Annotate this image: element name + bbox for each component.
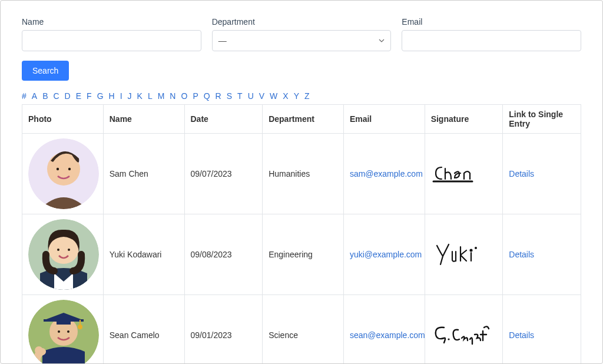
email-link[interactable]: sam@example.com	[350, 169, 423, 178]
search-form: Name Department — Email	[22, 17, 581, 51]
col-header-photo: Photo	[22, 105, 104, 134]
cell-photo	[22, 134, 104, 214]
svg-point-3	[57, 168, 59, 170]
details-link[interactable]: Details	[509, 169, 534, 178]
alpha-link-j[interactable]: J	[128, 91, 132, 101]
email-label: Email	[402, 17, 581, 27]
cell-name: Yuki Kodawari	[103, 214, 184, 295]
cell-name: Sam Chen	[103, 134, 184, 214]
svg-point-25	[448, 338, 449, 340]
avatar	[28, 138, 99, 209]
alpha-link-v[interactable]: V	[259, 91, 264, 101]
cell-email: sean@example.com	[343, 295, 425, 365]
cell-signature	[425, 214, 503, 295]
alpha-link-m[interactable]: M	[158, 91, 165, 101]
department-field: Department —	[212, 17, 392, 51]
avatar	[28, 219, 99, 290]
alpha-link-g[interactable]: G	[97, 91, 104, 101]
alpha-link-#[interactable]: #	[22, 91, 26, 101]
cell-department: Engineering	[263, 214, 344, 295]
alpha-index: #ABCDEFGHIJKLMNOPQRSTUVWXYZ	[22, 91, 581, 101]
alpha-link-p[interactable]: P	[193, 91, 198, 101]
department-selected-value: —	[218, 36, 227, 45]
svg-point-11	[470, 249, 472, 251]
col-header-name: Name	[103, 105, 184, 134]
cell-signature	[425, 295, 503, 365]
alpha-link-d[interactable]: D	[65, 91, 71, 101]
cell-link: Details	[503, 295, 581, 365]
alpha-link-h[interactable]: H	[109, 91, 115, 101]
chevron-down-icon	[379, 38, 385, 44]
name-label: Name	[22, 17, 201, 27]
alpha-link-a[interactable]: A	[32, 91, 37, 101]
alpha-link-z[interactable]: Z	[304, 91, 310, 101]
alpha-link-c[interactable]: C	[53, 91, 59, 101]
cell-department: Humanities	[263, 134, 344, 214]
col-header-signature: Signature	[425, 105, 503, 134]
table-row: Sean Camelo09/01/2023Sciencesean@example…	[22, 295, 581, 365]
details-link[interactable]: Details	[509, 250, 534, 259]
department-label: Department	[212, 17, 392, 27]
alpha-link-w[interactable]: W	[270, 91, 277, 101]
email-input[interactable]	[402, 30, 581, 51]
cell-photo	[22, 295, 104, 365]
alpha-link-e[interactable]: E	[76, 91, 81, 101]
cell-date: 09/07/2023	[184, 134, 263, 214]
cell-department: Science	[263, 295, 344, 365]
svg-point-23	[67, 330, 69, 333]
alpha-link-n[interactable]: N	[170, 91, 175, 101]
details-link[interactable]: Details	[509, 330, 534, 340]
svg-point-9	[57, 249, 59, 251]
email-field: Email	[402, 17, 581, 51]
alpha-link-i[interactable]: I	[120, 91, 122, 101]
alpha-link-u[interactable]: U	[248, 91, 254, 101]
alpha-link-b[interactable]: B	[42, 91, 48, 101]
search-button[interactable]: Search	[22, 61, 69, 81]
cell-date: 09/08/2023	[184, 214, 263, 295]
cell-photo	[22, 214, 104, 295]
table-header-row: Photo Name Date Department Email Signatu…	[22, 105, 581, 134]
svg-point-13	[475, 247, 477, 249]
alpha-link-k[interactable]: K	[137, 91, 143, 101]
svg-point-4	[68, 168, 71, 170]
col-header-link: Link to Single Entry	[503, 105, 581, 134]
table-row: Sam Chen09/07/2023Humanitiessam@example.…	[22, 134, 581, 214]
cell-email: yuki@example.com	[343, 214, 425, 295]
name-input[interactable]	[22, 30, 201, 51]
svg-point-22	[58, 330, 60, 333]
svg-rect-19	[44, 319, 84, 322]
table-row: Yuki Kodawari09/08/2023Engineeringyuki@e…	[22, 214, 581, 295]
svg-point-10	[68, 249, 70, 251]
alpha-link-r[interactable]: R	[216, 91, 221, 101]
entries-table: Photo Name Date Department Email Signatu…	[22, 104, 581, 364]
alpha-link-o[interactable]: O	[181, 91, 187, 101]
alpha-link-x[interactable]: X	[283, 91, 288, 101]
name-field: Name	[22, 17, 201, 51]
cell-link: Details	[503, 134, 581, 214]
svg-point-24	[35, 346, 43, 355]
entries-tbody: Sam Chen09/07/2023Humanitiessam@example.…	[22, 134, 581, 365]
alpha-link-t[interactable]: T	[237, 91, 243, 101]
alpha-link-l[interactable]: L	[148, 91, 153, 101]
cell-email: sam@example.com	[343, 134, 425, 214]
col-header-email: Email	[343, 105, 425, 134]
cell-date: 09/01/2023	[184, 295, 263, 365]
email-link[interactable]: yuki@example.com	[350, 250, 422, 259]
alpha-link-f[interactable]: F	[87, 91, 92, 101]
alpha-link-q[interactable]: Q	[204, 91, 210, 101]
avatar	[28, 300, 99, 364]
department-select[interactable]: —	[212, 30, 392, 51]
alpha-link-s[interactable]: S	[227, 91, 232, 101]
cell-name: Sean Camelo	[103, 295, 184, 365]
cell-signature	[425, 134, 503, 214]
cell-link: Details	[503, 214, 581, 295]
col-header-date: Date	[184, 105, 263, 134]
directory-page: Name Department — Email Search #ABCDEFGH…	[0, 0, 603, 364]
alpha-link-y[interactable]: Y	[294, 91, 299, 101]
col-header-department: Department	[263, 105, 344, 134]
email-link[interactable]: sean@example.com	[350, 330, 425, 340]
